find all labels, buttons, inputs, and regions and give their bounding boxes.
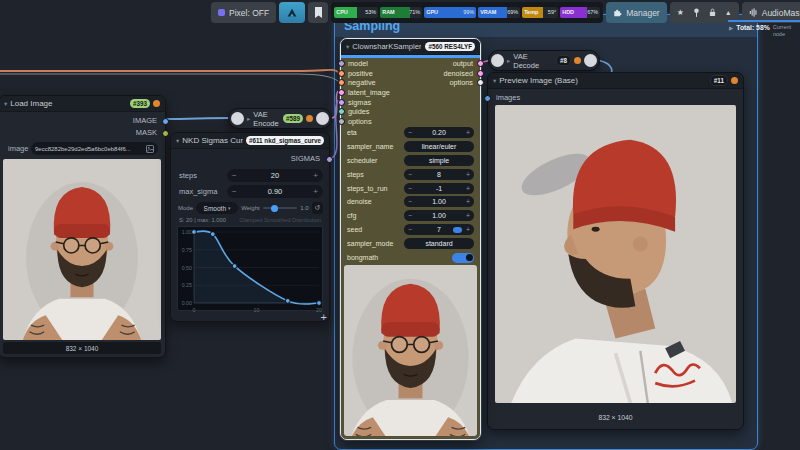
resize-handle[interactable]: +: [321, 311, 327, 323]
scheduler-control[interactable]: simple: [404, 155, 474, 166]
slider-knob[interactable]: [271, 205, 278, 212]
widget-cfg[interactable]: cfg−1.00+: [347, 210, 474, 221]
sigma-curve-chart: 1.000.750.500.250.0001020: [178, 227, 326, 314]
input-options-dot[interactable]: [338, 118, 345, 125]
decrement-icon[interactable]: −: [232, 187, 237, 196]
collapsed-input-cap[interactable]: [231, 112, 244, 125]
reset-curve-button[interactable]: ↺: [312, 202, 323, 214]
sampler_name-control[interactable]: linear/euler: [404, 141, 474, 152]
scheduler-label: scheduler: [347, 157, 377, 164]
node-load-image[interactable]: ▾ Load Image #393 IMAGE MASK image 9ecc8…: [0, 95, 166, 358]
steps-widget[interactable]: steps −20+: [179, 169, 323, 182]
eta-control[interactable]: −0.20+: [404, 127, 474, 138]
steps-label: steps: [347, 171, 364, 178]
expand-icon[interactable]: ▸: [507, 57, 510, 65]
bookmark-icon: [314, 7, 323, 18]
collapse-icon[interactable]: ▾: [176, 137, 179, 145]
decrement-icon[interactable]: −: [408, 212, 412, 219]
collapsed-output-cap[interactable]: [316, 112, 329, 125]
node-vae-encode[interactable]: ▸ VAE Encode #589: [228, 108, 332, 129]
decrement-icon[interactable]: −: [408, 129, 412, 136]
decrement-icon[interactable]: −: [408, 226, 412, 233]
curve-control-point-1[interactable]: [210, 232, 215, 237]
loaded-image-preview[interactable]: [3, 159, 161, 340]
chevron-up-icon[interactable]: ▴: [721, 5, 736, 20]
max-sigma-widget[interactable]: max_sigma −0.90+: [179, 185, 323, 198]
decrement-icon[interactable]: −: [232, 171, 237, 180]
curve-control-point-0[interactable]: [192, 230, 197, 235]
node-nkd-sigmas-curve[interactable]: ▾ NKD Sigmas Curve #611 nkd_sigmas_curve…: [170, 132, 330, 322]
sigma-curve-editor[interactable]: 1.000.750.500.250.0001020: [177, 226, 323, 311]
seed-control-toggle[interactable]: [453, 227, 462, 233]
widget-denoise[interactable]: denoise−1.00+: [347, 196, 474, 207]
increment-icon[interactable]: +: [466, 171, 470, 178]
increment-icon[interactable]: +: [466, 226, 470, 233]
output-mask-dot[interactable]: [162, 130, 169, 137]
increment-icon[interactable]: +: [313, 187, 318, 196]
eta-value: 0.20: [432, 129, 446, 136]
widget-steps_to_run[interactable]: steps_to_run−-1+: [347, 183, 474, 194]
collapse-icon[interactable]: ▾: [493, 77, 496, 85]
sampler-outputs: outputdenoisedoptions: [443, 59, 473, 88]
input-images-dot[interactable]: [484, 95, 491, 102]
input-sigmas-dot[interactable]: [338, 99, 345, 106]
sampler-image-preview[interactable]: [344, 265, 477, 436]
steps_to_run-control[interactable]: −-1+: [404, 183, 474, 194]
node-preview-image[interactable]: ▾ Preview Image (Base) #11 images 832 × …: [487, 72, 744, 430]
increment-icon[interactable]: +: [313, 171, 318, 180]
output-output-dot[interactable]: [477, 60, 484, 67]
widget-sampler_mode[interactable]: sampler_modestandard: [347, 238, 474, 249]
star-icon[interactable]: ★: [673, 5, 688, 20]
increment-icon[interactable]: +: [466, 185, 470, 192]
output-denoised-dot[interactable]: [477, 70, 484, 77]
mode-select[interactable]: Smooth▾: [196, 202, 238, 214]
increment-icon[interactable]: +: [466, 129, 470, 136]
denoise-control[interactable]: −1.00+: [404, 196, 474, 207]
pixel-toggle-button[interactable]: Pixel: OFF: [211, 2, 276, 23]
collapsed-output-cap[interactable]: [584, 54, 597, 67]
node-clownshark-sampler[interactable]: ▾ ClownsharKSampler #560 RES4LYF modelpo…: [340, 38, 481, 440]
preview-image[interactable]: [495, 105, 736, 403]
output-sigmas-dot[interactable]: [326, 156, 333, 163]
widget-sampler_name[interactable]: sampler_namelinear/euler: [347, 141, 474, 152]
sampler_mode-control[interactable]: standard: [404, 238, 474, 249]
weight-slider[interactable]: [263, 204, 297, 212]
increment-icon[interactable]: +: [466, 198, 470, 205]
decrement-icon[interactable]: −: [408, 198, 412, 205]
steps-control[interactable]: −8+: [404, 169, 474, 180]
widget-seed[interactable]: seed−7+: [347, 224, 474, 235]
browse-image-icon[interactable]: [146, 145, 154, 153]
input-model-dot[interactable]: [338, 60, 345, 67]
node-vae-decode[interactable]: ▸ VAE Decode #8: [488, 50, 600, 71]
manager-button[interactable]: Manager: [606, 2, 667, 23]
decrement-icon[interactable]: −: [408, 171, 412, 178]
bongmath-toggle[interactable]: [452, 253, 474, 263]
curve-control-point-3[interactable]: [285, 298, 290, 303]
output-image-dot[interactable]: [162, 118, 169, 125]
input-latent_image-dot[interactable]: [338, 89, 345, 96]
cfg-control[interactable]: −1.00+: [404, 210, 474, 221]
lock-icon[interactable]: [705, 5, 720, 20]
image-filename-widget[interactable]: 9ecc8282be29d2ed5a6bc0eb84f6...: [31, 142, 158, 155]
collapse-icon[interactable]: ▾: [4, 100, 7, 108]
input-positive-dot[interactable]: [338, 70, 345, 77]
curve-control-point-2[interactable]: [232, 264, 237, 269]
seed-control[interactable]: −7+: [404, 224, 474, 235]
widget-steps[interactable]: steps−8+: [347, 169, 474, 180]
collapse-icon[interactable]: ▾: [346, 43, 349, 51]
bookmark-button[interactable]: [308, 2, 328, 23]
node-id-badge: #560 RES4LYF: [425, 42, 475, 51]
progress-play-icon[interactable]: ▶: [729, 24, 733, 32]
widget-eta[interactable]: eta−0.20+: [347, 127, 474, 138]
increment-icon[interactable]: +: [466, 212, 470, 219]
pin-icon[interactable]: [689, 5, 704, 20]
input-guides-dot[interactable]: [338, 108, 345, 115]
decrement-icon[interactable]: −: [408, 185, 412, 192]
workflow-logo-button[interactable]: [279, 2, 305, 23]
monitor-gpu: GPU99%: [424, 7, 476, 18]
widget-scheduler[interactable]: schedulersimple: [347, 155, 474, 166]
curve-control-point-4[interactable]: [317, 301, 322, 306]
collapsed-input-cap[interactable]: [491, 54, 504, 67]
expand-icon[interactable]: ▸: [247, 115, 250, 123]
widget-bongmath[interactable]: bongmath: [347, 252, 474, 263]
